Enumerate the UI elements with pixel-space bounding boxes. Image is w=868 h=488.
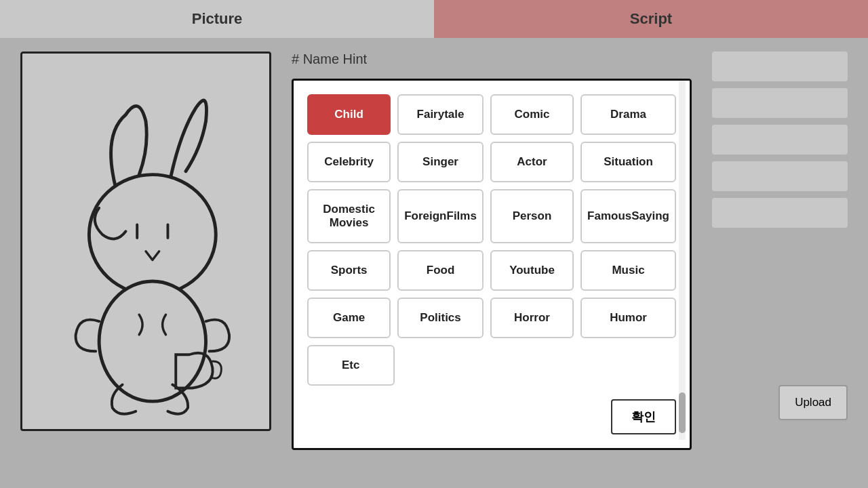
tab-bar: Picture Script xyxy=(0,0,868,38)
cat-btn-foreign-films[interactable]: ForeignFilms xyxy=(397,189,484,243)
cat-btn-horror[interactable]: Horror xyxy=(490,298,574,338)
cat-btn-fairytale[interactable]: Fairytale xyxy=(397,94,484,135)
svg-point-0 xyxy=(89,175,216,295)
cat-btn-game[interactable]: Game xyxy=(307,298,391,338)
scrollbar-thumb[interactable] xyxy=(679,392,686,433)
cat-btn-politics[interactable]: Politics xyxy=(397,298,484,338)
partial-row: Etc xyxy=(307,345,676,386)
tab-script[interactable]: Script xyxy=(434,0,868,38)
confirm-row: 확인 xyxy=(307,399,676,434)
cat-btn-singer[interactable]: Singer xyxy=(397,142,484,182)
cat-btn-child[interactable]: Child xyxy=(307,94,391,135)
cat-btn-situation[interactable]: Situation xyxy=(580,142,676,182)
cat-btn-person[interactable]: Person xyxy=(490,189,574,243)
tab-picture-label: Picture xyxy=(192,10,243,28)
right-panel: # Name Hint Child Fairytale Comic Drama … xyxy=(292,52,848,474)
svg-point-1 xyxy=(99,281,205,401)
cat-btn-music[interactable]: Music xyxy=(580,250,676,291)
input-slots xyxy=(712,52,848,228)
input-slot-2 xyxy=(712,88,848,118)
input-slot-4 xyxy=(712,161,848,191)
cat-btn-humor[interactable]: Humor xyxy=(580,298,676,338)
tab-picture[interactable]: Picture xyxy=(0,0,434,38)
cat-btn-comic[interactable]: Comic xyxy=(490,94,574,135)
cat-btn-domestic-movies[interactable]: Domestic Movies xyxy=(307,189,391,243)
scrollbar-track[interactable] xyxy=(679,81,686,440)
cat-btn-sports[interactable]: Sports xyxy=(307,250,391,291)
input-slot-3 xyxy=(712,125,848,155)
cat-btn-drama[interactable]: Drama xyxy=(580,94,676,135)
cat-btn-celebrity[interactable]: Celebrity xyxy=(307,142,391,182)
tab-script-label: Script xyxy=(630,10,672,28)
main-content: # Name Hint Child Fairytale Comic Drama … xyxy=(0,38,868,488)
cat-btn-youtube[interactable]: Youtube xyxy=(490,250,574,291)
category-grid: Child Fairytale Comic Drama Celebrity Si… xyxy=(307,94,676,338)
cat-btn-actor[interactable]: Actor xyxy=(490,142,574,182)
cat-btn-famous-saying[interactable]: FamousSaying xyxy=(580,189,676,243)
confirm-button[interactable]: 확인 xyxy=(611,399,676,434)
upload-button[interactable]: Upload xyxy=(778,385,848,420)
category-modal: Child Fairytale Comic Drama Celebrity Si… xyxy=(292,79,692,450)
input-slot-5 xyxy=(712,198,848,228)
drawing-canvas[interactable] xyxy=(20,52,271,431)
cat-btn-food[interactable]: Food xyxy=(397,250,484,291)
input-slot-1 xyxy=(712,52,848,81)
cat-btn-etc[interactable]: Etc xyxy=(307,345,395,386)
